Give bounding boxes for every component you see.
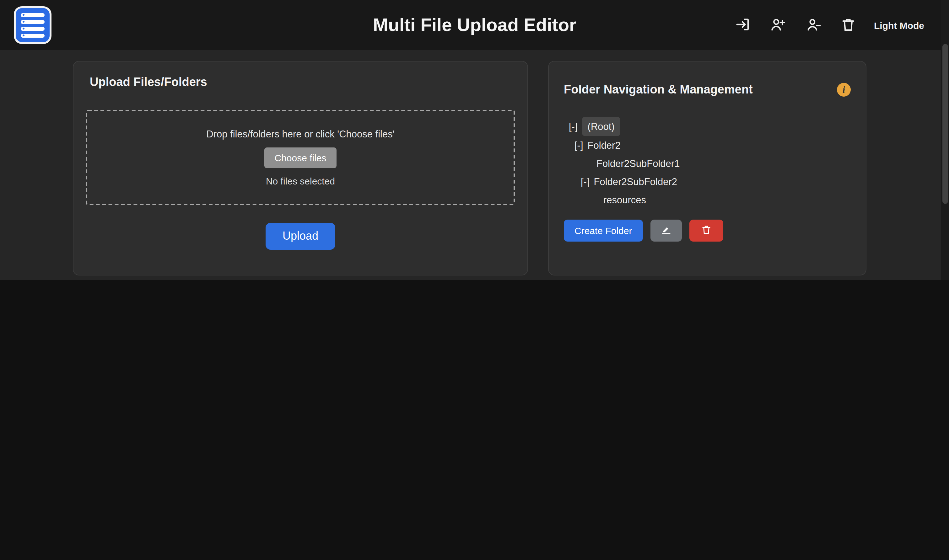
upload-button[interactable]: Upload — [266, 223, 335, 250]
pencil-line-icon — [660, 224, 672, 237]
delete-account-button[interactable] — [839, 16, 858, 34]
remove-user-button[interactable] — [804, 16, 823, 34]
folder-panel-title: Folder Navigation & Management — [564, 83, 753, 97]
logout-icon — [735, 16, 751, 34]
page-title: Multi File Upload Editor — [373, 15, 576, 35]
logo-bar — [21, 20, 45, 23]
server-stack-icon[interactable] — [14, 6, 51, 44]
no-files-text: No files selected — [266, 176, 335, 186]
user-minus-icon — [805, 16, 821, 34]
choose-files-button[interactable]: Choose files — [264, 148, 336, 168]
scrollbar-thumb[interactable] — [943, 44, 948, 204]
tree-item-root[interactable]: [-] (Root) — [564, 116, 851, 136]
tree-item-folder2[interactable]: [-] Folder2 — [564, 136, 851, 154]
page-scrollbar[interactable] — [941, 0, 949, 280]
upload-panel-title: Upload Files/Folders — [90, 75, 515, 89]
app-viewport: Multi File Upload Editor — [0, 0, 949, 280]
trash-icon — [840, 16, 857, 34]
user-plus-icon — [770, 16, 786, 34]
trash-icon — [700, 224, 712, 237]
tree-toggle[interactable]: [-] — [581, 172, 590, 191]
tree-item-folder2subfolder1[interactable]: Folder2SubFolder1 — [564, 154, 851, 172]
tree-item-label[interactable]: Folder2SubFolder2 — [594, 172, 677, 191]
header-actions: Light Mode — [733, 16, 924, 34]
upload-button-row: Upload — [86, 223, 515, 250]
rename-folder-button[interactable] — [650, 219, 681, 241]
dropzone-text: Drop files/folders here or click 'Choose… — [206, 129, 394, 140]
tree-toggle[interactable]: [-] — [575, 136, 583, 154]
info-icon[interactable]: i — [837, 83, 851, 97]
app-header: Multi File Upload Editor — [0, 0, 949, 50]
folder-actions: Create Folder — [564, 219, 851, 241]
file-dropzone[interactable]: Drop files/folders here or click 'Choose… — [86, 110, 515, 205]
logo-bar — [21, 27, 45, 31]
tree-item-label[interactable]: resources — [603, 191, 646, 209]
logo-bar — [21, 13, 45, 17]
top-panels: Upload Files/Folders Drop files/folders … — [0, 50, 949, 275]
logout-button[interactable] — [733, 16, 752, 34]
delete-folder-button[interactable] — [689, 219, 723, 241]
logo-bar — [21, 34, 45, 37]
upload-panel: Upload Files/Folders Drop files/folders … — [73, 61, 528, 275]
light-mode-toggle[interactable]: Light Mode — [874, 20, 924, 31]
folder-panel-header: Folder Navigation & Management i — [564, 73, 851, 106]
create-folder-button[interactable]: Create Folder — [564, 219, 642, 241]
tree-item-label[interactable]: Folder2SubFolder1 — [596, 154, 679, 172]
tree-item-resources[interactable]: resources — [564, 191, 851, 209]
tree-item-label[interactable]: (Root) — [582, 116, 620, 136]
add-user-button[interactable] — [769, 16, 787, 34]
tree-item-label[interactable]: Folder2 — [588, 136, 621, 154]
folder-panel: Folder Navigation & Management i [-] (Ro… — [548, 61, 866, 275]
folder-tree: [-] (Root) [-] Folder2 Folder2SubFolder1… — [564, 116, 851, 209]
tree-item-folder2subfolder2[interactable]: [-] Folder2SubFolder2 — [564, 172, 851, 191]
tree-toggle[interactable]: [-] — [569, 117, 578, 135]
